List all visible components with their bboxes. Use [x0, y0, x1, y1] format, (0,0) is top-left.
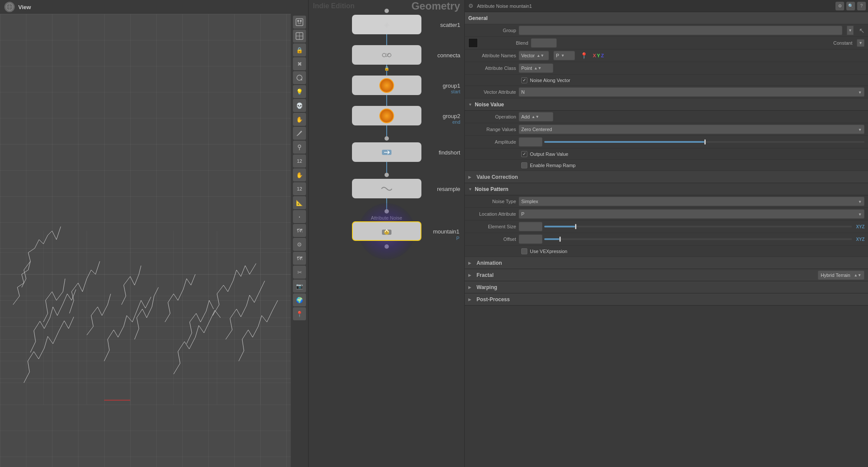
tool-x[interactable]: ✖ — [293, 57, 306, 70]
blend-toggle[interactable]: ▼ — [857, 39, 865, 47]
tool-hand[interactable]: ✋ — [293, 113, 306, 126]
value-correction-collapse-icon: ▶ — [468, 175, 471, 179]
node-box-resample[interactable]: resample — [352, 179, 421, 198]
tool-skull[interactable]: 💀 — [293, 99, 306, 112]
svg-rect-15 — [296, 19, 303, 26]
viewport-canvas — [0, 14, 291, 467]
node-mountain1[interactable]: Attribute Noise mountain1 P — [352, 209, 421, 249]
tool-grab[interactable]: ✋ — [293, 168, 306, 181]
z-badge[interactable]: Z — [601, 53, 604, 58]
attribute-type-dropdown[interactable]: Vector ▲▼ — [519, 51, 549, 60]
node-connecta[interactable]: connecta 🔒 — [352, 45, 421, 76]
tool-ruler[interactable]: 📐 — [293, 196, 306, 209]
output-raw-value-checkbox[interactable]: ✓ — [521, 151, 527, 157]
tool-pin[interactable] — [293, 141, 306, 154]
warping-title: Warping — [477, 284, 497, 290]
tool-pen[interactable] — [293, 127, 306, 140]
attribute-class-label: Attribute Class — [468, 66, 516, 71]
tool-bulb[interactable]: 💡 — [293, 85, 306, 98]
node-box-findshort[interactable]: findshort — [352, 142, 421, 162]
enable-remap-ramp-checkbox[interactable] — [521, 162, 527, 168]
offset-slider-thumb — [559, 237, 561, 242]
fractal-section[interactable]: ▶ Fractal Hybrid Terrain ▲▼ — [465, 269, 868, 281]
tool-scissors[interactable]: ✂ — [293, 266, 306, 279]
tool-location[interactable]: 📍 — [293, 307, 306, 320]
node-box-connecta[interactable]: connecta 🔒 — [352, 45, 421, 65]
tool-lock[interactable]: 🔒 — [293, 43, 306, 56]
attribute-name-dropdown[interactable]: P ▼ — [553, 51, 575, 60]
group-dropdown-btn[interactable]: ▼ — [847, 26, 854, 35]
element-size-xyz[interactable]: XYZ — [856, 224, 865, 229]
noise-along-vector-checkbox[interactable]: ✓ — [521, 77, 527, 83]
cursor-icon: ↖ — [859, 26, 865, 35]
enable-remap-ramp-row: Enable Remap Ramp — [465, 160, 868, 171]
range-values-dropdown[interactable]: Zero Centered ▼ — [519, 125, 865, 134]
node-box-mountain1[interactable]: mountain1 P — [352, 221, 421, 241]
location-attribute-row: Location Attribute P ▼ — [465, 208, 868, 220]
value-correction-section[interactable]: ▶ Value Correction — [465, 171, 868, 183]
animation-section[interactable]: ▶ Animation — [465, 257, 868, 269]
fractal-dropdown-value: Hybrid Terrain — [821, 273, 850, 278]
node-box-group1[interactable]: group1 start — [352, 76, 421, 95]
noise-pattern-header[interactable]: ▼ Noise Pattern — [465, 183, 868, 195]
mountain1-icon — [380, 225, 393, 238]
blend-input[interactable]: 1 — [531, 38, 557, 48]
tool-map[interactable]: 🗺 — [293, 224, 306, 237]
tool-dot[interactable]: · — [293, 210, 306, 223]
vector-attribute-dropdown[interactable]: N ▼ — [519, 87, 865, 97]
scatter1-icon: ◈ — [380, 18, 393, 31]
offset-slider-bar[interactable] — [544, 238, 852, 240]
props-search-icon[interactable]: 🔍 — [846, 2, 855, 10]
post-process-section[interactable]: ▶ Post-Process — [465, 293, 868, 306]
offset-input[interactable]: 0 — [519, 234, 542, 244]
noise-type-dropdown[interactable]: Simplex ▼ — [519, 197, 865, 206]
tool-globe[interactable]: 🌍 — [293, 293, 306, 306]
props-gear-icon[interactable]: ⚙ — [835, 2, 844, 10]
attribute-class-dropdown[interactable]: Point ▲▼ — [519, 63, 553, 73]
amplitude-slider-fill — [544, 141, 704, 143]
amplitude-slider-bar[interactable] — [544, 141, 865, 143]
tool-camera[interactable]: 📷 — [293, 280, 306, 293]
tool-circle[interactable] — [293, 71, 306, 84]
enable-remap-ramp-label: Enable Remap Ramp — [530, 163, 575, 168]
element-size-input[interactable]: 1 — [519, 222, 542, 231]
y-badge[interactable]: Y — [597, 53, 600, 58]
fractal-type-dropdown[interactable]: Hybrid Terrain ▲▼ — [818, 270, 865, 280]
node-group1[interactable]: group1 start — [352, 76, 421, 106]
operation-dropdown[interactable]: Add ▲▼ — [519, 112, 553, 122]
tool-num2[interactable]: 12 — [293, 182, 306, 195]
node-scatter1[interactable]: ◈ scatter1 — [352, 9, 421, 45]
operation-arrow: ▲▼ — [532, 115, 539, 119]
noise-value-header[interactable]: ▼ Noise Value — [465, 99, 868, 111]
viewport-header: View — [0, 0, 308, 14]
props-header-icons: ⚙ 🔍 ? — [835, 2, 866, 10]
location-attribute-value: P — [521, 211, 524, 217]
tool-gear[interactable]: ⚙ — [293, 238, 306, 251]
props-help-icon[interactable]: ? — [857, 2, 866, 10]
x-badge[interactable]: X — [593, 53, 596, 58]
node-box-scatter1[interactable]: ◈ scatter1 — [352, 15, 421, 34]
scene-svg — [0, 14, 291, 467]
map-pin-icon[interactable]: 📍 — [580, 52, 588, 59]
range-values-label: Range Values — [468, 127, 516, 132]
node-graph: Indie Edition Geometry ◈ scatter1 connec… — [308, 0, 464, 467]
tool-view[interactable] — [293, 30, 306, 43]
tool-network[interactable] — [293, 16, 306, 29]
props-header: ⚙ Attribute Noise mountain1 ⚙ 🔍 ? — [465, 0, 868, 12]
group1-sublabel: start — [451, 89, 460, 94]
location-attribute-dropdown[interactable]: P ▼ — [519, 209, 865, 219]
use-vexpression-checkbox[interactable] — [521, 248, 527, 254]
warping-section[interactable]: ▶ Warping — [465, 281, 868, 293]
tool-map2[interactable]: 🗺 — [293, 252, 306, 265]
blend-constant: Constant — [833, 40, 852, 46]
node-box-group2[interactable]: group2 end — [352, 106, 421, 125]
node-findshort[interactable]: findshort — [352, 136, 421, 173]
tool-num1[interactable]: 12 — [293, 155, 306, 168]
group-input[interactable] — [519, 26, 842, 35]
element-size-slider-bar[interactable] — [544, 226, 852, 227]
offset-xyz[interactable]: XYZ — [856, 237, 865, 242]
value-correction-title: Value Correction — [477, 174, 518, 180]
node-group2[interactable]: group2 end — [352, 106, 421, 136]
amplitude-input[interactable]: 0.5 — [519, 137, 542, 147]
general-section-header[interactable]: General — [465, 12, 868, 24]
